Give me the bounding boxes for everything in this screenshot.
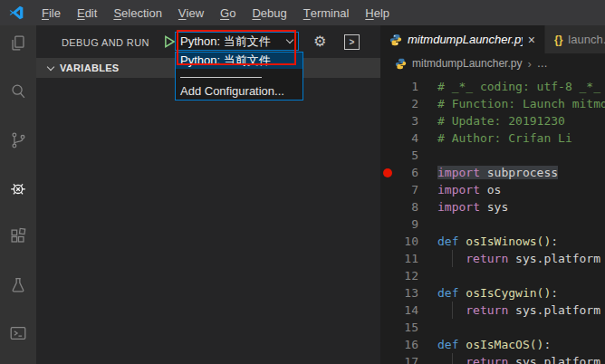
line-number: 14 [395,302,418,319]
gutter[interactable] [380,250,395,267]
line-text: # Author: Crifan Li [418,129,572,147]
line-text: return sys.platform [418,302,600,319]
gutter[interactable] [380,112,395,129]
menu-terminal[interactable]: Terminal [295,0,358,25]
breadcrumb-file[interactable]: mitmdumpLauncher.py [412,57,522,70]
gutter[interactable] [380,164,395,181]
menu-help[interactable]: Help [357,0,398,25]
breadcrumb-separator-icon: › [527,57,531,71]
python-file-icon [389,34,402,46]
tab-mitmdumplauncher[interactable]: mitmdumpLauncher.py × [380,25,544,53]
code-area[interactable]: 1# _*_ coding: utf-8 _*_2# Function: Lau… [380,73,605,364]
gear-icon[interactable]: ⚙ [313,33,326,51]
debug-config-dropdown: Python: 当前文件 Add Configuration... [175,52,303,101]
menu-go[interactable]: Go [212,0,244,25]
code-line: 1# _*_ coding: utf-8 _*_ [380,78,605,95]
gutter[interactable] [380,284,395,302]
line-text: # Update: 20191230 [418,112,565,129]
menu-edit[interactable]: Edit [69,0,105,25]
dropdown-item-add-configuration[interactable]: Add Configuration... [176,81,302,100]
line-number: 17 [395,353,418,364]
code-line: 10def osIsWinows(): [380,233,605,250]
breakpoint-icon[interactable] [383,168,392,177]
indent-guide [452,250,466,267]
line-number: 8 [395,198,418,216]
tab-launch-json[interactable]: {} launch.json [544,25,605,53]
gutter[interactable] [380,216,395,233]
gutter[interactable] [380,198,395,216]
gutter[interactable] [380,95,395,112]
line-number: 5 [395,147,418,164]
run-and-debug-icon[interactable] [0,170,36,206]
dropdown-item-python-current-file[interactable]: Python: 当前文件 [176,53,302,69]
debug-config-value: Python: 当前文件 [180,34,271,50]
line-text: # _*_ coding: utf-8 _*_ [418,78,600,95]
vscode-window: File Edit Selection View Go Debug Termin… [0,0,605,364]
gutter[interactable] [380,78,395,95]
panel-chevron-glyph: > [350,37,355,47]
gutter[interactable] [380,302,395,319]
line-number: 11 [395,250,418,267]
line-number: 3 [395,112,418,129]
menu-view[interactable]: View [170,0,212,25]
line-text [418,267,437,284]
code-line: 12 [380,267,605,284]
code-line: 3# Update: 20191230 [380,112,605,129]
close-icon[interactable]: × [528,34,535,46]
code-line: 5 [380,147,605,164]
line-text: def osIsMacOS(): [418,336,551,353]
line-number: 16 [395,336,418,353]
gutter[interactable] [380,181,395,198]
activity-bar [0,25,36,364]
debug-console-icon[interactable]: > [344,34,360,50]
code-line: 17return sys.platform [380,353,605,364]
indent-guide [452,353,466,364]
code-line: 2# Function: Launch mitmd [380,95,605,112]
menu-file[interactable]: File [34,0,69,25]
line-number: 7 [395,181,418,198]
dropdown-separator [176,69,302,81]
gutter[interactable] [380,129,395,147]
search-icon[interactable] [0,73,36,109]
gutter[interactable] [380,147,395,164]
variables-label: VARIABLES [60,62,119,73]
code-line: 16def osIsMacOS(): [380,336,605,353]
code-line: 6import subprocess [380,164,605,181]
line-number: 4 [395,129,418,147]
line-text [418,319,437,336]
gutter[interactable] [380,319,395,336]
python-file-icon [395,58,407,70]
tab-label: mitmdumpLauncher.py [408,33,523,46]
indent-guide [452,302,466,319]
gutter[interactable] [380,336,395,353]
gutter[interactable] [380,267,395,284]
line-number: 15 [395,319,418,336]
line-text [418,216,437,233]
code-line: 13def osIsCygwin(): [380,284,605,302]
line-text: import os [418,181,501,198]
beaker-icon[interactable] [0,267,36,302]
breadcrumb-more[interactable]: … [537,57,548,70]
terminal-icon[interactable] [0,316,36,351]
code-line: 8import sys [380,198,605,216]
line-number: 1 [395,78,418,95]
source-control-icon[interactable] [0,122,36,158]
line-number: 2 [395,95,418,112]
tab-label: launch.json [568,33,605,46]
line-number: 6 [395,164,418,181]
gutter[interactable] [380,233,395,250]
line-text: def osIsWinows(): [418,233,558,250]
code-line: 11return sys.platform [380,250,605,267]
extensions-icon[interactable] [0,219,36,254]
gutter[interactable] [380,353,395,364]
explorer-icon[interactable] [0,25,36,61]
json-braces-icon: {} [554,34,562,46]
breadcrumb: mitmdumpLauncher.py › … [380,53,605,73]
line-number: 13 [395,284,418,302]
line-number: 12 [395,267,418,284]
menu-selection[interactable]: Selection [105,0,169,25]
chevron-down-icon [286,36,293,43]
menu-debug[interactable]: Debug [244,0,294,25]
debug-config-select[interactable]: Python: 当前文件 [175,32,299,51]
code-line: 9 [380,216,605,233]
